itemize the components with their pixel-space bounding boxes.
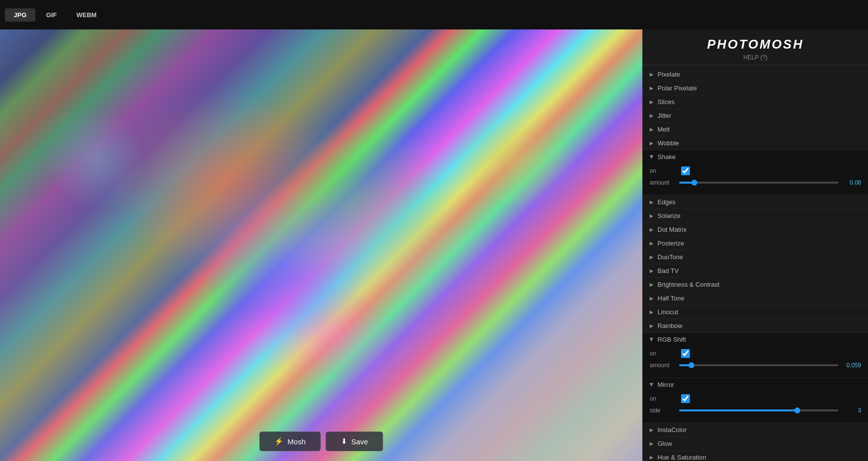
effect-label-instacolor: InstaColor xyxy=(658,426,686,434)
arrow-icon-duotone: ▶ xyxy=(650,254,654,260)
effect-row-brightness-contrast[interactable]: ▶ Brightness & Contrast xyxy=(643,278,868,292)
effect-row-slices[interactable]: ▶ Slices xyxy=(643,95,868,109)
effect-header-shake[interactable]: ▶ Shake xyxy=(643,150,868,163)
rgb-shift-on-checkbox[interactable] xyxy=(681,349,690,358)
effect-row-posterize[interactable]: ▶ Posterize xyxy=(643,237,868,250)
panel-header: PHOTOMOSH HELP (?) xyxy=(643,29,868,65)
arrow-icon-brightness-contrast: ▶ xyxy=(650,282,654,287)
effect-row-pixelate[interactable]: ▶ Pixelate xyxy=(643,68,868,81)
save-icon: ⬇ xyxy=(341,437,347,446)
rgb-shift-amount-label: amount xyxy=(650,362,679,369)
effect-header-mirror[interactable]: ▶ Mirror xyxy=(643,378,868,391)
mosh-icon: ⚡ xyxy=(274,437,284,446)
mirror-on-label: on xyxy=(650,395,679,402)
arrow-icon-glow: ▶ xyxy=(650,441,654,446)
arrow-icon-polar-pixelate: ▶ xyxy=(650,85,654,91)
effect-header-rgb-shift[interactable]: ▶ RGB Shift xyxy=(643,333,868,346)
effect-row-melt[interactable]: ▶ Melt xyxy=(643,123,868,136)
effect-label-brightness-contrast: Brightness & Contrast xyxy=(658,281,719,288)
effect-label-half-tone: Half Tone xyxy=(658,295,684,302)
arrow-icon-wobble: ▶ xyxy=(650,140,654,146)
effect-label-rainbow: Rainbow xyxy=(658,322,683,329)
help-link[interactable]: HELP (?) xyxy=(643,54,868,61)
arrow-icon-linocut: ▶ xyxy=(650,309,654,315)
effect-label-slices: Slices xyxy=(658,98,675,106)
mirror-controls: on side 3 xyxy=(643,391,868,423)
mirror-side-value: 3 xyxy=(842,407,861,414)
effect-row-duotone[interactable]: ▶ DuoTone xyxy=(643,250,868,264)
mirror-side-slider[interactable] xyxy=(679,409,839,411)
shake-amount-slider[interactable] xyxy=(679,182,839,184)
effect-section-mirror: ▶ Mirror on side 3 xyxy=(643,378,868,423)
effect-label-duotone: DuoTone xyxy=(658,253,683,261)
arrow-icon-solarize: ▶ xyxy=(650,213,654,218)
shake-controls: on amount 0.08 xyxy=(643,163,868,195)
mirror-on-checkbox[interactable] xyxy=(681,394,690,403)
arrow-icon-instacolor: ▶ xyxy=(650,427,654,433)
effect-row-instacolor[interactable]: ▶ InstaColor xyxy=(643,423,868,437)
arrow-icon-posterize: ▶ xyxy=(650,241,654,246)
rgb-shift-amount-slider[interactable] xyxy=(679,364,839,366)
save-label: Save xyxy=(351,437,368,446)
effect-row-rainbow[interactable]: ▶ Rainbow xyxy=(643,319,868,333)
effect-section-shake: ▶ Shake on amount 0.08 xyxy=(643,150,868,195)
effect-label-jitter: Jitter xyxy=(658,112,671,119)
effect-label-bad-tv: Bad TV xyxy=(658,267,679,274)
effect-label-polar-pixelate: Polar Pixelate xyxy=(658,84,697,92)
canvas-image xyxy=(0,29,642,461)
shake-amount-row: amount 0.08 xyxy=(650,179,861,186)
effect-label-posterize: Posterize xyxy=(658,240,684,247)
mirror-side-slider-wrap: 3 xyxy=(679,407,861,414)
app-logo: PHOTOMOSH xyxy=(643,37,868,52)
mosh-button[interactable]: ⚡ Mosh xyxy=(259,432,321,451)
effect-label-pixelate: Pixelate xyxy=(658,71,680,78)
effect-label-shake: Shake xyxy=(658,153,676,161)
effect-label-mirror: Mirror xyxy=(658,381,674,388)
arrow-icon-rainbow: ▶ xyxy=(650,323,654,328)
shake-amount-value: 0.08 xyxy=(842,179,861,186)
rgb-shift-controls: on amount 0.059 xyxy=(643,346,868,378)
tab-jpg[interactable]: JPG xyxy=(5,8,35,22)
arrow-icon-jitter: ▶ xyxy=(650,113,654,118)
effect-row-polar-pixelate[interactable]: ▶ Polar Pixelate xyxy=(643,81,868,95)
effect-row-wobble[interactable]: ▶ Wobble xyxy=(643,136,868,150)
effect-row-solarize[interactable]: ▶ Solarize xyxy=(643,209,868,223)
tab-webm[interactable]: WEBM xyxy=(68,8,105,22)
effect-row-glow[interactable]: ▶ Glow xyxy=(643,437,868,451)
effect-row-linocut[interactable]: ▶ Linocut xyxy=(643,305,868,319)
effect-row-hue-saturation[interactable]: ▶ Hue & Saturation xyxy=(643,451,868,461)
effect-section-rgb-shift: ▶ RGB Shift on amount 0.059 xyxy=(643,333,868,378)
canvas-area: ⚡ Mosh ⬇ Save xyxy=(0,29,642,461)
right-panel: PHOTOMOSH HELP (?) ▶ Pixelate ▶ Polar Pi… xyxy=(642,29,868,461)
effect-row-edges[interactable]: ▶ Edges xyxy=(643,195,868,209)
effect-row-jitter[interactable]: ▶ Jitter xyxy=(643,109,868,123)
arrow-icon-pixelate: ▶ xyxy=(650,72,654,77)
rgb-shift-on-label: on xyxy=(650,350,679,357)
shake-on-row: on xyxy=(650,166,861,175)
effect-label-solarize: Solarize xyxy=(658,212,681,219)
effect-label-rgb-shift: RGB Shift xyxy=(658,336,686,343)
effect-label-hue-saturation: Hue & Saturation xyxy=(658,454,706,461)
arrow-icon-mirror: ▶ xyxy=(649,383,655,387)
arrow-icon-dot-matrix: ▶ xyxy=(650,227,654,232)
rgb-shift-amount-value: 0.059 xyxy=(842,362,861,369)
shake-on-checkbox[interactable] xyxy=(681,166,690,175)
effect-label-glow: Glow xyxy=(658,440,672,447)
rgb-shift-on-row: on xyxy=(650,349,861,358)
arrow-icon-slices: ▶ xyxy=(650,99,654,105)
effect-label-wobble: Wobble xyxy=(658,139,679,147)
effect-label-dot-matrix: Dot Matrix xyxy=(658,226,686,233)
effect-label-linocut: Linocut xyxy=(658,308,678,316)
rgb-shift-amount-row: amount 0.059 xyxy=(650,362,861,369)
effect-row-dot-matrix[interactable]: ▶ Dot Matrix xyxy=(643,223,868,237)
effect-list: ▶ Pixelate ▶ Polar Pixelate ▶ Slices ▶ J… xyxy=(643,65,868,461)
bottom-toolbar: ⚡ Mosh ⬇ Save xyxy=(259,432,383,451)
mirror-side-row: side 3 xyxy=(650,407,861,414)
save-button[interactable]: ⬇ Save xyxy=(326,432,383,451)
effect-row-bad-tv[interactable]: ▶ Bad TV xyxy=(643,264,868,278)
tab-gif[interactable]: GIF xyxy=(37,8,66,22)
effect-row-half-tone[interactable]: ▶ Half Tone xyxy=(643,292,868,305)
mirror-side-label: side xyxy=(650,407,679,414)
top-bar: JPG GIF WEBM xyxy=(0,0,868,29)
shake-on-label: on xyxy=(650,167,679,174)
